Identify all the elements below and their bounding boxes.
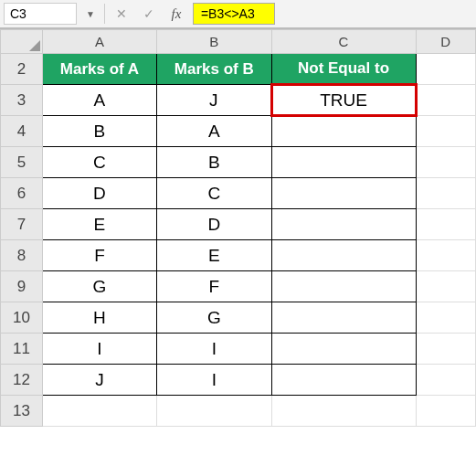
cell-a11[interactable]: I bbox=[42, 334, 156, 365]
cell-b3[interactable]: J bbox=[157, 85, 271, 116]
cell-c10[interactable] bbox=[271, 302, 416, 334]
cell-c7[interactable] bbox=[271, 209, 416, 240]
cell-c2[interactable]: Not Equal to bbox=[271, 54, 416, 85]
confirm-icon[interactable]: ✓ bbox=[138, 3, 160, 25]
cell-b6[interactable]: C bbox=[157, 178, 271, 209]
cell-d8[interactable] bbox=[416, 240, 475, 271]
cell-a2[interactable]: Marks of A bbox=[42, 54, 156, 85]
cell-a8[interactable]: F bbox=[42, 240, 156, 271]
cell-c6[interactable] bbox=[271, 178, 416, 209]
cell-d3[interactable] bbox=[416, 85, 475, 116]
cell-d10[interactable] bbox=[416, 302, 475, 334]
cell-c9[interactable] bbox=[271, 271, 416, 302]
divider bbox=[104, 4, 105, 24]
col-header-c[interactable]: C bbox=[271, 30, 416, 54]
formula-input[interactable]: =B3<>A3 bbox=[193, 3, 275, 25]
row-header-13[interactable]: 13 bbox=[1, 396, 43, 427]
cell-c5[interactable] bbox=[271, 147, 416, 178]
row-header-5[interactable]: 5 bbox=[1, 147, 43, 178]
cell-b2[interactable]: Marks of B bbox=[157, 54, 271, 85]
cell-b9[interactable]: F bbox=[157, 271, 271, 302]
cell-b5[interactable]: B bbox=[157, 147, 271, 178]
cell-a12[interactable]: J bbox=[42, 365, 156, 396]
cell-d7[interactable] bbox=[416, 209, 475, 240]
name-box-dropdown-icon[interactable]: ▼ bbox=[82, 9, 99, 19]
cell-b4[interactable]: A bbox=[157, 116, 271, 147]
cell-a9[interactable]: G bbox=[42, 271, 156, 302]
col-header-b[interactable]: B bbox=[157, 30, 271, 54]
cell-a10[interactable]: H bbox=[42, 302, 156, 334]
cell-d13[interactable] bbox=[416, 396, 475, 427]
cell-d4[interactable] bbox=[416, 116, 475, 147]
fx-icon[interactable]: fx bbox=[165, 3, 187, 25]
row-header-7[interactable]: 7 bbox=[1, 209, 43, 240]
cell-d2[interactable] bbox=[416, 54, 475, 85]
row-header-3[interactable]: 3 bbox=[1, 85, 43, 116]
row-header-10[interactable]: 10 bbox=[1, 302, 43, 334]
cell-c11[interactable] bbox=[271, 334, 416, 365]
row-header-4[interactable]: 4 bbox=[1, 116, 43, 147]
cell-c8[interactable] bbox=[271, 240, 416, 271]
cell-a5[interactable]: C bbox=[42, 147, 156, 178]
name-box[interactable]: C3 bbox=[4, 3, 77, 25]
spreadsheet-grid: A B C D 2 Marks of A Marks of B Not Equa… bbox=[0, 29, 476, 427]
cell-b8[interactable]: E bbox=[157, 240, 271, 271]
cell-c12[interactable] bbox=[271, 365, 416, 396]
cancel-icon[interactable]: ✕ bbox=[111, 3, 132, 25]
row-header-2[interactable]: 2 bbox=[1, 54, 43, 85]
cell-d5[interactable] bbox=[416, 147, 475, 178]
formula-bar: C3 ▼ ✕ ✓ fx =B3<>A3 bbox=[0, 0, 476, 29]
row-header-11[interactable]: 11 bbox=[1, 334, 43, 365]
cell-c3[interactable]: TRUE bbox=[271, 85, 416, 116]
cell-d6[interactable] bbox=[416, 178, 475, 209]
cell-d12[interactable] bbox=[416, 365, 475, 396]
col-header-a[interactable]: A bbox=[42, 30, 156, 54]
col-header-d[interactable]: D bbox=[416, 30, 475, 54]
cell-b12[interactable]: I bbox=[157, 365, 271, 396]
select-all-corner[interactable] bbox=[1, 30, 43, 54]
cell-b13[interactable] bbox=[157, 396, 271, 427]
cell-a3[interactable]: A bbox=[42, 85, 156, 116]
cell-b7[interactable]: D bbox=[157, 209, 271, 240]
row-header-6[interactable]: 6 bbox=[1, 178, 43, 209]
row-header-8[interactable]: 8 bbox=[1, 240, 43, 271]
cell-b11[interactable]: I bbox=[157, 334, 271, 365]
cell-d11[interactable] bbox=[416, 334, 475, 365]
cell-a7[interactable]: E bbox=[42, 209, 156, 240]
cell-d9[interactable] bbox=[416, 271, 475, 302]
row-header-9[interactable]: 9 bbox=[1, 271, 43, 302]
cell-a13[interactable] bbox=[42, 396, 156, 427]
cell-b10[interactable]: G bbox=[157, 302, 271, 334]
row-header-12[interactable]: 12 bbox=[1, 365, 43, 396]
name-box-value: C3 bbox=[10, 6, 26, 21]
cell-a6[interactable]: D bbox=[42, 178, 156, 209]
cell-a4[interactable]: B bbox=[42, 116, 156, 147]
cell-c4[interactable] bbox=[271, 116, 416, 147]
cell-c13[interactable] bbox=[271, 396, 416, 427]
